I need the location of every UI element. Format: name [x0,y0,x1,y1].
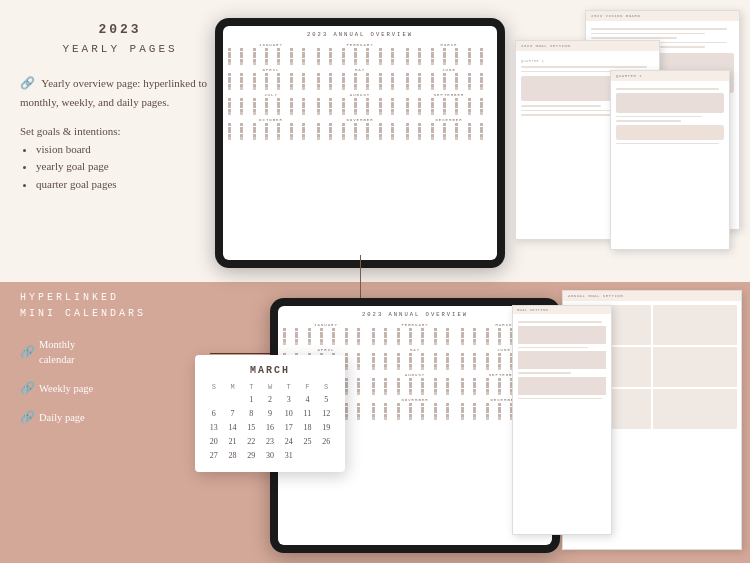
mini-cal-day [224,393,242,406]
dot [431,62,434,65]
mini-cal-header-F: F [299,382,317,392]
month-block-september: SEPTEMBER [406,93,492,115]
description-body: Yearly overview page: hyperlinked to mon… [20,77,207,107]
dot [342,62,345,65]
dot [455,137,458,140]
mini-cal-day: 18 [299,421,317,434]
dot [406,112,409,115]
mini-cal-day: 23 [261,435,279,448]
preview-line [616,116,702,118]
dot [409,367,412,370]
mini-cal-day: 14 [224,421,242,434]
month-block-april: APRIL [228,68,314,90]
dot [384,367,387,370]
dot [277,112,280,115]
mini-calendar-grid: SMTWTFS123456789101112131415161718192021… [205,382,335,462]
preview-line [616,88,719,90]
dot [391,87,394,90]
dot [468,112,471,115]
dot [461,417,464,420]
tablet-top: 2023 ANNUAL OVERVIEW JANUARYFEBRUARYMARC… [215,18,505,268]
dot [317,87,320,90]
dot [317,137,320,140]
goal-setting-header: 2023 GOAL SETTING [516,41,659,51]
dot [372,392,375,395]
dot [498,417,501,420]
dot [366,62,369,65]
small-preview-header: GOAL SETTING [513,306,611,314]
mini-cal-day: 9 [261,407,279,420]
preview-pages-top: 2023 VISION BOARD 2023 GOAL SETTING QUAR… [555,10,740,280]
dot [397,392,400,395]
left-panel-bottom: HYPERLINKED MINI CALENDARS 🔗 Monthlycale… [20,290,210,439]
dot [391,62,394,65]
small-preview-content [513,314,611,406]
dot [446,342,449,345]
mini-calendar-title: MARCH [205,365,335,376]
title-year: 2023 [20,20,220,41]
bottom-title-line1: HYPERLINKED [20,290,210,306]
mini-cal-day: 13 [205,421,223,434]
dot [480,62,483,65]
month-block-january: JANUARY [228,43,314,65]
quarter-content [611,81,729,151]
dot [384,342,387,345]
dot [366,87,369,90]
month-dots-september [406,98,492,115]
mini-cal-header-W: W [261,382,279,392]
mini-cal-header-M: M [224,382,242,392]
dot [421,392,424,395]
dot [406,87,409,90]
month-block-november: NOVEMBER [317,118,403,140]
dot [345,342,348,345]
month-dots-november [317,123,403,140]
mini-cal-day: 6 [205,407,223,420]
dot [345,367,348,370]
preview-line [591,37,677,39]
preview-block [616,93,724,113]
dot [290,137,293,140]
vision-board-label: 2023 VISION BOARD [591,14,640,18]
dot [498,342,501,345]
dot [461,367,464,370]
dot [317,62,320,65]
dot [357,367,360,370]
dot [473,417,476,420]
dot [302,62,305,65]
month-dots-march [406,48,492,65]
dot [455,62,458,65]
preview-block [518,377,606,395]
dot [421,367,424,370]
dot [329,87,332,90]
mini-cal-day [317,449,335,462]
quarter-header: QUARTER 1 [611,71,729,81]
mini-cal-day: 25 [299,435,317,448]
dot [473,367,476,370]
month-block-january: JANUARY [283,323,369,345]
dot [372,417,375,420]
mini-cal-day: 12 [317,407,335,420]
dot [283,342,286,345]
preview-line [616,120,681,122]
monthly-calendar-label: Monthlycalendar [39,338,75,367]
mini-cal-header-T: T [280,382,298,392]
dot [431,112,434,115]
month-block-december: DECEMBER [406,118,492,140]
preview-line [518,321,602,323]
dot [443,137,446,140]
dot [486,392,489,395]
mini-cal-day: 20 [205,435,223,448]
dot [329,62,332,65]
mini-cal-day: 31 [280,449,298,462]
dot [277,62,280,65]
dot [265,112,268,115]
dot [455,87,458,90]
month-dots-may [372,353,458,370]
dot [409,417,412,420]
preview-block [518,326,606,344]
mini-calendar: MARCH SMTWTFS123456789101112131415161718… [195,355,345,472]
mini-cal-day: 26 [317,435,335,448]
dot [290,112,293,115]
bottom-title: HYPERLINKED MINI CALENDARS [20,290,210,322]
mini-cal-day: 2 [261,393,279,406]
